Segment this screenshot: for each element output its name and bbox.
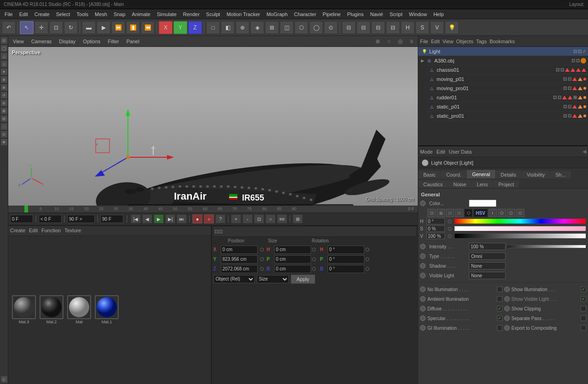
viewport-icon-3[interactable]: ◎ [395,37,405,46]
tab-general[interactable]: General [467,170,495,178]
viewport-menu-options[interactable]: Options [80,38,103,45]
render-tool-6[interactable]: S [415,21,429,34]
light-bulb-button[interactable]: 💡 [445,21,459,34]
view-tool-5[interactable]: ⊞ [265,21,279,34]
timeline-frame-input[interactable] [10,215,33,223]
view-tool-9[interactable]: ⊙ [324,21,338,34]
tl-key-4[interactable]: ○ [265,214,276,224]
size-mode-select[interactable]: Size [257,275,289,283]
props-mode-tab[interactable]: Mode [420,149,433,155]
menu-plugins[interactable]: Plugins [344,11,366,18]
tab-details[interactable]: Details [496,171,521,178]
obj-item-a380[interactable]: ▶ ◎ A380.obj ⊡ ⊡ [418,56,588,65]
visible-light-dropdown[interactable]: None [469,272,506,279]
menu-window[interactable]: Window [406,11,430,18]
menu-character[interactable]: Character [291,11,319,18]
specular-checkbox[interactable]: ✓ [497,315,502,321]
sidebar-btn-5[interactable]: ✦ [0,68,8,75]
viewport-menu-panel[interactable]: Panel [124,38,142,45]
s-value-input[interactable] [427,225,445,232]
tl-rem-key[interactable]: - [242,214,253,224]
view-tool-7[interactable]: ⬡ [294,21,308,34]
sidebar-btn-13[interactable]: ⊙ [0,131,8,138]
separate-pass-checkbox[interactable] [581,315,586,321]
tab-visibility[interactable]: Visibility [522,171,550,178]
tab-project[interactable]: Project [493,180,519,188]
s-spinner[interactable]: ⬡ [446,226,453,231]
transport-next-button[interactable]: ▶| [165,214,175,224]
s-slider[interactable] [454,226,586,231]
p-rot-input[interactable] [328,255,364,264]
viewport-menu-filter[interactable]: Filter [105,38,121,45]
timeline-end-input[interactable] [67,215,95,223]
transport-end-button[interactable]: ⏭ [177,214,187,224]
mat3-thumbnail[interactable] [12,295,36,319]
transport-prev-button[interactable]: ◀ [142,214,152,224]
record-auto-button[interactable]: ○ [204,214,214,224]
mat-menu-edit[interactable]: Edit [29,228,38,233]
render-tool-5[interactable]: H [401,21,415,34]
menu-tools[interactable]: Tools [74,11,91,18]
sidebar-btn-9[interactable]: ⊘ [0,99,8,107]
timeline-start-input[interactable] [39,215,62,223]
material-item-mat[interactable]: Mat [67,295,91,324]
props-collapse-btn[interactable]: ◀ [582,149,586,155]
obj-item-static-pro01[interactable]: △ static_pro01 ⊡ ⊡ [426,111,588,120]
material-item-mat3[interactable]: Mat.3 [12,295,36,324]
obj-item-light[interactable]: 💡 Light ⊡ ⊡ ✓ [418,47,588,56]
viewport-icon-1[interactable]: ⊕ [373,37,383,46]
select-tool-button[interactable]: ↖ [20,21,34,34]
color-btn-3[interactable]: □ [446,209,454,217]
view-tool-6[interactable]: ◫ [280,21,294,34]
h-size-input[interactable] [274,246,311,254]
color-btn-4[interactable]: □ [455,209,463,217]
transport-play-button[interactable]: ▶ [154,214,164,224]
timeline-total-input[interactable] [100,215,123,223]
sidebar-btn-3[interactable]: △ [0,52,8,60]
menu-create[interactable]: Create [32,11,52,18]
viewport-icon-2[interactable]: ○ [385,37,393,46]
b-rot-input[interactable] [328,265,364,273]
ambient-checkbox[interactable] [497,296,502,302]
menu-navie[interactable]: Navié [368,11,386,18]
tab-caustics[interactable]: Caustics [418,180,448,188]
sidebar-btn-14[interactable]: ✜ [0,138,8,146]
intensity-slider[interactable] [507,245,586,248]
tl-key-3[interactable]: ⊡ [254,214,264,224]
menu-help[interactable]: Help [431,11,447,18]
render-tool-3[interactable]: ⊟ [371,21,385,34]
rotate-tool-button[interactable]: ↻ [64,21,78,34]
viewport-menu-view[interactable]: View [10,38,27,45]
obj-item-static-p01[interactable]: △ static_p01 ⊡ ⊡ [426,102,588,111]
transport-start-button[interactable]: |◀ [131,214,141,224]
undo-button[interactable]: ↶ [2,21,16,34]
view-tool-8[interactable]: ◯ [309,21,323,34]
b-size-input[interactable] [274,265,311,273]
menu-simulate[interactable]: Simulate [154,11,179,18]
coord-mode-select[interactable]: Object (Rel) Object (Abs) World [213,275,255,283]
intensity-input[interactable] [469,243,506,250]
color-btn-1[interactable]: ⬡ [427,209,436,217]
color-btn-9[interactable]: ⬡ [516,209,525,217]
z-pos-input[interactable] [221,265,258,273]
menu-mograph[interactable]: MoGraph [264,11,290,18]
hsv-label-btn[interactable]: HSV [473,209,488,217]
y-axis-button[interactable]: Y [173,21,187,34]
render-tool-2[interactable]: ⊟ [357,21,370,34]
render-tool-7[interactable]: V [430,21,444,34]
v-value-input[interactable] [427,233,445,239]
viewport-btn-4[interactable]: ⏫ [126,21,140,34]
obj-menu-file[interactable]: File [420,39,428,44]
record-button[interactable]: ● [192,214,202,224]
apply-button[interactable]: Apply [291,275,316,284]
sidebar-btn-6[interactable]: ⊕ [0,76,8,83]
color-btn-5[interactable]: ⬡ [464,209,473,217]
viewport-btn-2[interactable]: ▶ [97,21,110,34]
menu-animate[interactable]: Animate [129,11,153,18]
tl-add-key[interactable]: + [231,214,241,224]
sidebar-btn-2[interactable]: ◯ [0,45,8,52]
gi-checkbox[interactable] [497,325,502,331]
color-btn-6[interactable]: I [489,209,497,217]
v-spinner[interactable]: ⬡ [446,234,453,239]
viewport-btn-1[interactable]: ▬ [82,21,96,34]
